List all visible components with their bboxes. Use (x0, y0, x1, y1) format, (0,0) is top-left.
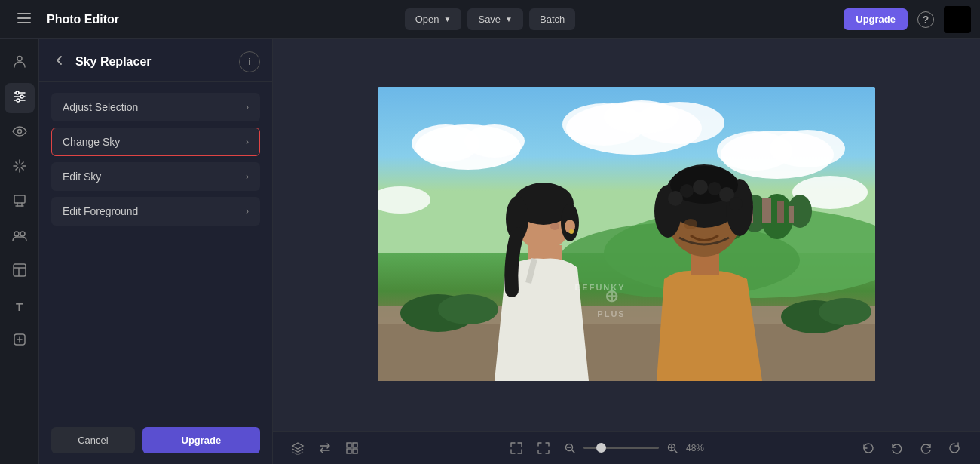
chevron-right-icon-4: › (246, 206, 249, 217)
tool-panel: Sky Replacer i Adjust Selection › Change… (39, 39, 273, 464)
svg-rect-11 (14, 195, 25, 203)
zoom-minus-button[interactable] (561, 439, 579, 457)
svg-rect-42 (789, 206, 794, 223)
sliders-icon (12, 89, 27, 108)
svg-point-68 (729, 197, 743, 210)
panel-footer: Cancel Upgrade (39, 416, 272, 464)
svg-point-14 (20, 232, 25, 236)
svg-point-22 (464, 124, 525, 158)
svg-point-7 (16, 91, 19, 94)
svg-point-53 (550, 223, 559, 230)
redo-button[interactable] (915, 438, 936, 459)
menu-item-edit-sky[interactable]: Edit Sky › (51, 162, 260, 191)
group-icon (12, 228, 27, 247)
svg-point-65 (693, 180, 708, 195)
save-button[interactable]: Save ▼ (467, 8, 523, 30)
svg-point-55 (569, 229, 574, 234)
photo-canvas: BEFUNKY ⊕ PLUS (378, 87, 875, 381)
sidebar-item-person[interactable] (5, 48, 35, 78)
menu-item-change-sky[interactable]: Change Sky › (51, 128, 260, 156)
panel-title: Sky Replacer (75, 55, 231, 69)
edit-sky-label: Edit Sky (63, 171, 101, 183)
sidebar-item-sparkle[interactable] (5, 152, 35, 183)
sidebar-item-text[interactable]: T (5, 291, 35, 321)
svg-rect-76 (353, 449, 357, 453)
save-chevron-icon: ▼ (505, 15, 513, 23)
batch-label: Batch (540, 14, 565, 25)
open-button[interactable]: Open ▼ (405, 8, 462, 30)
canvas-viewport[interactable]: BEFUNKY ⊕ PLUS (273, 39, 980, 431)
svg-point-26 (604, 100, 679, 134)
fit-button[interactable] (534, 438, 553, 458)
svg-rect-40 (762, 198, 771, 223)
open-label: Open (415, 14, 439, 25)
open-chevron-icon: ▼ (444, 15, 452, 23)
app-title: Photo Editor (47, 13, 119, 26)
info-icon: i (248, 57, 250, 67)
menu-item-adjust-selection[interactable]: Adjust Selection › (51, 93, 260, 121)
save-label: Save (478, 14, 501, 25)
help-icon: ? (917, 11, 934, 28)
zoom-controls: 48% (561, 439, 713, 457)
svg-text:PLUS: PLUS (597, 309, 625, 318)
sparkle-icon (12, 158, 27, 177)
bottom-right-actions (858, 438, 965, 459)
swap-button[interactable] (315, 438, 335, 458)
chevron-right-icon: › (246, 102, 249, 112)
bottom-bar: 48% (273, 431, 980, 464)
svg-point-8 (20, 95, 23, 98)
svg-rect-1 (17, 17, 31, 19)
panel-header: Sky Replacer i (39, 39, 272, 82)
photo-container: BEFUNKY ⊕ PLUS (378, 87, 875, 384)
person-icon (12, 54, 27, 73)
cancel-button[interactable]: Cancel (51, 427, 135, 453)
eye-icon (12, 124, 27, 143)
upgrade-label-top: Upgrade (856, 14, 896, 25)
adjust-selection-label: Adjust Selection (63, 101, 138, 113)
svg-rect-41 (777, 201, 784, 223)
template-icon (12, 263, 27, 281)
layers-button[interactable] (288, 438, 308, 458)
icon-sidebar: T (0, 39, 39, 464)
history-button[interactable] (858, 438, 879, 459)
panel-body: Adjust Selection › Change Sky › Edit Sky… (39, 82, 272, 416)
undo-button[interactable] (887, 438, 908, 459)
help-button[interactable]: ? (914, 8, 938, 32)
topbar-left: Photo Editor (9, 5, 405, 35)
chevron-right-icon-2: › (246, 137, 249, 147)
svg-point-48 (819, 298, 871, 325)
topbar-right: Upgrade ? (575, 6, 971, 33)
sidebar-item-sliders[interactable] (5, 83, 35, 113)
sidebar-item-group[interactable] (5, 222, 35, 252)
zoom-plus-button[interactable] (663, 439, 681, 457)
svg-rect-44 (378, 324, 875, 381)
svg-rect-74 (353, 443, 357, 447)
sidebar-item-brush[interactable] (5, 187, 35, 217)
reset-button[interactable] (944, 438, 965, 459)
avatar[interactable] (944, 6, 971, 33)
bottom-left-actions (288, 438, 362, 458)
hamburger-menu-button[interactable] (9, 5, 39, 35)
upgrade-button-panel[interactable]: Upgrade (142, 427, 260, 453)
svg-point-29 (770, 130, 845, 167)
back-button[interactable] (51, 52, 68, 72)
topbar-center: Open ▼ Save ▼ Batch (405, 8, 576, 30)
expand-button[interactable] (507, 438, 526, 458)
svg-rect-2 (17, 22, 31, 23)
sidebar-item-template[interactable] (5, 257, 35, 287)
svg-rect-0 (17, 13, 31, 14)
svg-point-9 (17, 99, 20, 102)
chevron-right-icon-3: › (246, 171, 249, 182)
text-icon: T (16, 300, 23, 313)
svg-rect-15 (14, 264, 26, 276)
upgrade-button-top[interactable]: Upgrade (844, 8, 908, 30)
menu-item-edit-foreground[interactable]: Edit Foreground › (51, 197, 260, 226)
canvas-area: BEFUNKY ⊕ PLUS (273, 39, 980, 464)
grid-button[interactable] (342, 438, 362, 458)
svg-point-3 (17, 56, 22, 60)
sidebar-item-eye[interactable] (5, 118, 35, 148)
batch-button[interactable]: Batch (529, 8, 575, 30)
zoom-slider[interactable] (583, 447, 659, 449)
sidebar-item-badge[interactable] (5, 326, 35, 356)
info-button[interactable]: i (239, 51, 260, 72)
